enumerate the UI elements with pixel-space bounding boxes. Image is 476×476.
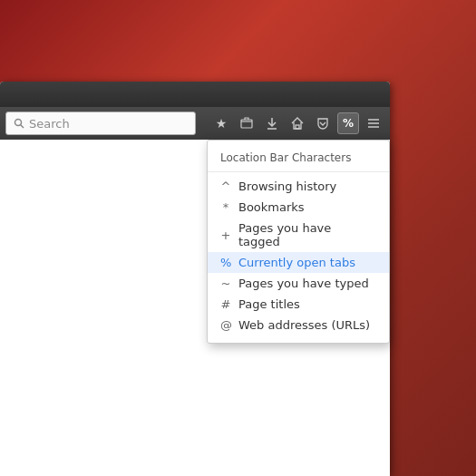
browsing-history-label: Browsing history bbox=[238, 180, 336, 193]
typed-pages-label: Pages you have typed bbox=[238, 277, 369, 290]
tagged-pages-label: Pages you have tagged bbox=[238, 221, 376, 248]
bookmark-star-button[interactable]: ★ bbox=[210, 112, 232, 134]
list-item-open-tabs[interactable]: % Currently open tabs bbox=[208, 252, 389, 273]
location-bar-button[interactable]: % bbox=[337, 112, 359, 134]
dropdown-title: Location Bar Characters bbox=[208, 148, 389, 172]
downloads-button[interactable] bbox=[261, 112, 283, 134]
list-item-web-addresses[interactable]: @ Web addresses (URLs) bbox=[208, 315, 389, 335]
page-titles-label: Page titles bbox=[238, 297, 300, 311]
downloads-icon bbox=[266, 117, 278, 130]
search-placeholder: Search bbox=[29, 117, 70, 131]
prefix-hash: # bbox=[220, 297, 231, 311]
open-tabs-label: Currently open tabs bbox=[238, 256, 355, 269]
bookmarks-label: Bookmarks bbox=[238, 200, 305, 214]
list-item-tagged-pages[interactable]: + Pages you have tagged bbox=[208, 218, 389, 252]
search-icon bbox=[14, 118, 24, 129]
home-button[interactable] bbox=[287, 112, 308, 134]
titlebar bbox=[0, 82, 390, 107]
menu-icon bbox=[367, 117, 380, 130]
prefix-caret: ^ bbox=[220, 180, 231, 193]
bookmark-folder-icon bbox=[240, 117, 253, 130]
list-item-browsing-history[interactable]: ^ Browsing history bbox=[208, 176, 389, 197]
location-bar-dropdown: Location Bar Characters ^ Browsing histo… bbox=[207, 140, 390, 344]
toolbar: Search ★ bbox=[0, 107, 390, 140]
prefix-tilde: ~ bbox=[220, 277, 231, 290]
list-item-typed-pages[interactable]: ~ Pages you have typed bbox=[208, 273, 389, 294]
browser-window: Search ★ bbox=[0, 82, 390, 476]
svg-rect-2 bbox=[241, 120, 252, 128]
list-item-bookmarks[interactable]: * Bookmarks bbox=[208, 197, 389, 218]
prefix-percent: % bbox=[220, 256, 231, 269]
home-icon bbox=[291, 117, 304, 130]
bookmark-folder-button[interactable] bbox=[236, 112, 257, 134]
svg-point-0 bbox=[15, 120, 22, 126]
web-addresses-label: Web addresses (URLs) bbox=[238, 318, 370, 332]
pocket-icon bbox=[316, 117, 329, 130]
prefix-plus: + bbox=[220, 228, 231, 242]
search-box[interactable]: Search bbox=[5, 112, 196, 135]
menu-button[interactable] bbox=[363, 112, 384, 134]
svg-rect-5 bbox=[296, 125, 299, 129]
prefix-star: * bbox=[220, 200, 231, 214]
prefix-at: @ bbox=[220, 318, 231, 332]
pocket-button[interactable] bbox=[312, 112, 334, 134]
list-item-page-titles[interactable]: # Page titles bbox=[208, 294, 389, 315]
svg-line-1 bbox=[21, 125, 24, 129]
